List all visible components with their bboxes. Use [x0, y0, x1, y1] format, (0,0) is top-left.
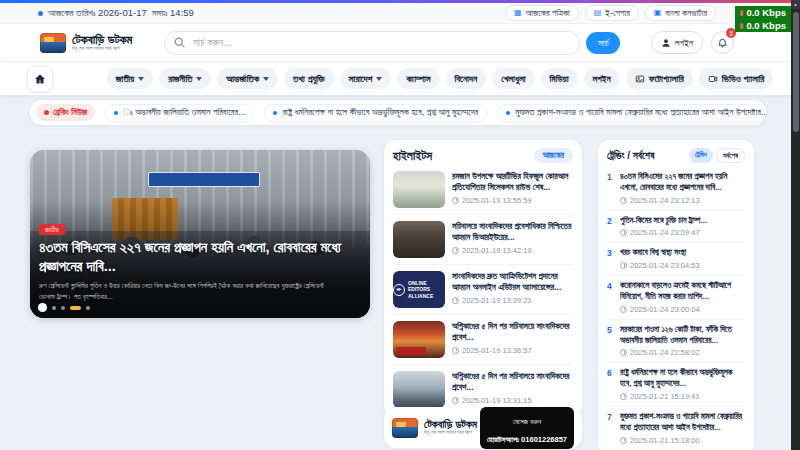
nav-item-video-gallery[interactable]: ভিডিও গ্যালারি [699, 68, 774, 89]
featured-article[interactable]: জাতীয় ৪৩তম বিসিএসের ২২৭ জনের প্রজ্ঞাপন … [30, 150, 370, 318]
logo-icon [40, 33, 66, 53]
site-tagline: বিশ্ব সেরা সকল সমাচার সবার আগে [72, 47, 132, 52]
trending-item[interactable]: 6 রাষ্ট্র ধর্মনিরপেক্ষ না হলে কীভাবে অন্… [607, 363, 745, 407]
epaper-link[interactable]: ▤ ই-পেপার [585, 5, 639, 21]
todays-paper-link[interactable]: ▦ আজকের পত্রিকা [505, 5, 579, 21]
nav-item-campus[interactable]: ক্যাম্পাস [397, 68, 439, 89]
article-thumbnail [393, 171, 445, 208]
slider-dot[interactable] [38, 303, 47, 312]
highlight-item[interactable]: রমজান উপলক্ষে আরটিভির হিফজুল কোরআন প্রতি… [393, 165, 573, 215]
clock-icon [620, 349, 627, 356]
timestamp: 2025-01-21 15:19:41 [630, 392, 700, 401]
nav-item-politics[interactable]: রাজনীতি [159, 68, 211, 89]
slider-dot[interactable] [61, 306, 65, 310]
rank-number: 4 [607, 281, 615, 314]
timestamp: 2025-01-24 22:58:02 [630, 348, 700, 357]
nav-item-technology[interactable]: তথ্য প্রযুক্তি [284, 68, 334, 89]
nav-item-national[interactable]: জাতীয় [107, 68, 154, 89]
nav-item-login[interactable]: লগইন [584, 68, 620, 89]
featured-excerpt: রুশ প্রেসিডেন্ট ভ্লাদিমির পুতিন ও উত্তর … [39, 281, 340, 302]
article-thumbnail [393, 321, 445, 358]
highlights-title: হাইলাইটস [393, 149, 432, 163]
featured-category-badge: জাতীয় [39, 224, 65, 235]
topbar-links: ▦ আজকের পত্রিকা ▤ ই-পেপার ▣ বাংলা কনভার্… [505, 5, 716, 21]
banner-tagline: বিশ্ব সেরা সকল সমাচার সবার আগে [424, 431, 477, 436]
article-thumbnail [393, 371, 445, 408]
clock-icon [452, 347, 459, 354]
grid-icon: ▦ [514, 9, 522, 17]
highlights-today-badge[interactable]: আজকের [534, 148, 573, 163]
nav-item-media[interactable]: মিডিয়া [541, 68, 578, 89]
tab-latest[interactable]: সর্বশেষ [716, 148, 745, 163]
trending-item[interactable]: 3 খরচ কমাবে বিশ্ব স্বাস্থ্য সংস্থা 2025-… [607, 243, 745, 276]
nav-item-international[interactable]: আন্তর্জাতিক [217, 68, 278, 89]
ticker-dot-icon [273, 111, 277, 115]
clock-icon [452, 297, 459, 304]
bell-icon [717, 37, 728, 48]
slider-dot-active[interactable] [70, 306, 81, 310]
search-input[interactable] [164, 31, 580, 55]
article-thumbnail [393, 221, 445, 258]
site-logo[interactable]: টেকবাড়ি ডটকম বিশ্ব সেরা সকল সমাচার সবার… [40, 33, 132, 53]
ticker-item[interactable]: ঃ অভাবনীয় জালিয়াতি ওসমান পরিবারের... [105, 104, 254, 122]
slider-pagination [38, 303, 90, 312]
timestamp: 2025-01-21 15:18:00 [630, 436, 700, 445]
clock-icon [620, 393, 627, 400]
chevron-down-icon [263, 77, 269, 81]
tab-trending[interactable]: ট্রেন্ডিং [689, 148, 713, 163]
down-arrow-icon: ▮ [740, 9, 744, 16]
contact-banner[interactable]: টেকবাড়ি ডটকম বিশ্ব সেরা সকল সমাচার সবার… [384, 407, 582, 448]
trending-item[interactable]: 1 ৪৩তম বিসিএসের ২২৭ জনের প্রজ্ঞাপন হয়নি… [607, 167, 745, 211]
breaking-dot-icon [44, 110, 49, 115]
home-icon [34, 73, 46, 85]
login-button[interactable]: লগইন [651, 31, 703, 54]
trending-card: ট্রেন্ডিং / সর্বশেষ ট্রেন্ডিং সর্বশেষ 1 … [598, 140, 754, 450]
scrollbar-up-arrow[interactable]: ▲ [791, 0, 800, 9]
timestamp: 2025-01-19 13:55:59 [462, 196, 532, 205]
todays-paper-label: আজকের পত্রিকা [526, 8, 570, 19]
notifications-button[interactable]: 5 [711, 31, 734, 54]
clock-icon [620, 197, 627, 204]
site-header: টেকবাড়ি ডটকম বিশ্ব সেরা সকল সমাচার সবার… [0, 24, 800, 62]
today-date: আজকের তারিখঃ 2026-01-17 [48, 7, 147, 19]
date-time: আজকের তারিখঃ 2026-01-17 সময়ঃ 14:59 [38, 7, 194, 19]
scrollbar-thumb[interactable] [793, 12, 799, 132]
photo-icon [635, 74, 645, 84]
rank-number: 7 [607, 412, 615, 445]
nav-item-photo-gallery[interactable]: ফটোগ্যালারি [626, 68, 693, 89]
timestamp: 2025-01-24 23:12:13 [630, 196, 700, 205]
search-button[interactable]: সার্চ [586, 32, 620, 54]
featured-title: ৪৩তম বিসিএসের ২২৭ জনের প্রজ্ঞাপন হয়নি এ… [39, 238, 361, 275]
trending-item[interactable]: 7 মুক্তমত প্রকাশ-সংক্রান্ত ও গায়েবি মাম… [607, 407, 745, 450]
breaking-news-ticker: ব্রেকিং নিউজ ঃ অভাবনীয় জালিয়াতি ওসমান … [30, 100, 766, 125]
nav-item-sports[interactable]: খেলাধুলা [492, 68, 534, 89]
trending-item[interactable]: 5 সরকারের পাওনা ১২৬ কোটি টাকা, ফাঁকি দিত… [607, 320, 745, 364]
browser-scrollbar[interactable]: ▲ [791, 0, 800, 450]
whatsapp-cta[interactable]: মেসেজ করুন হোয়াটসঅ্যাপঃ 01601226857 [480, 407, 574, 449]
highlight-item[interactable]: সচিবালয়ে সাংবাদিকদের প্রবেশাধিকার নিশ্চ… [393, 215, 573, 265]
trending-item[interactable]: 4 করোনাকালে বাড়লেও ক্রমেই কমছে স্টার্টআ… [607, 276, 745, 320]
slider-dot[interactable] [52, 306, 56, 310]
search-icon [173, 36, 186, 49]
up-arrow-icon: ▮ [740, 22, 744, 29]
download-speed: ▮ 0.0 Kbps [735, 6, 791, 19]
breaking-badge: ব্রেকিং নিউজ [36, 104, 95, 121]
timestamp: 2025-01-24 23:09:47 [630, 228, 700, 237]
highlight-item[interactable]: ✒ ONLINE EDITORS ALLIANCE সাংবাদিকদের দ্… [393, 265, 573, 315]
bangla-converter-link[interactable]: ▣ বাংলা কনভার্টার [645, 5, 716, 21]
rank-number: 3 [607, 248, 615, 270]
slider-dot[interactable] [86, 306, 90, 310]
nav-item-countrywide[interactable]: সারাদেশ [340, 68, 392, 89]
upload-speed: ▮ 0.0 Kbps [735, 19, 791, 32]
timestamp: 2025-01-24 23:00:04 [630, 305, 700, 314]
ticker-item[interactable]: মুক্তমত প্রকাশ-সংক্রান্ত ও গায়েবি মামলা… [497, 104, 766, 122]
highlight-item[interactable]: অগ্নিকাণ্ডের ৫ দিন পর সচিবালয়ে সাংবাদিক… [393, 315, 573, 365]
highlights-card: হাইলাইটস আজকের রমজান উপলক্ষে আরটিভির হিফ… [384, 140, 582, 418]
nav-home-button[interactable] [27, 66, 53, 92]
trending-item[interactable]: 2 পুতিন-কিমের সঙ্গে চুক্তি চান ট্রাম্প..… [607, 211, 745, 244]
rank-number: 1 [607, 172, 615, 205]
ticker-item[interactable]: রাষ্ট্র ধর্মনিরপেক্ষ না হলে কীভাবে অন্তর… [264, 104, 487, 122]
upload-speed-value: 0.0 Kbps [746, 20, 786, 31]
nav-item-entertainment[interactable]: বিনোদন [446, 68, 487, 89]
newspaper-icon: ▤ [594, 9, 602, 17]
